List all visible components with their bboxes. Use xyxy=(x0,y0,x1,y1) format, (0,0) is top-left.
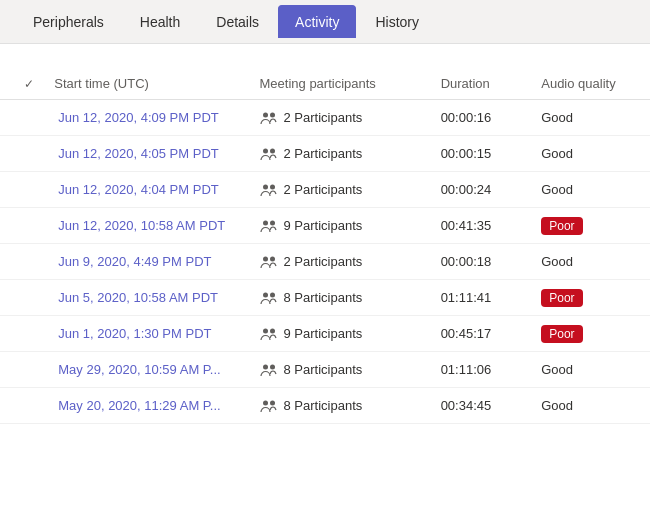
participants-count: 8 Participants xyxy=(284,362,363,377)
row-audio-quality: Good xyxy=(529,352,650,388)
svg-point-2 xyxy=(263,148,268,153)
participants-count: 8 Participants xyxy=(284,290,363,305)
svg-point-3 xyxy=(270,148,275,153)
svg-point-7 xyxy=(270,220,275,225)
col-duration: Duration xyxy=(429,68,530,100)
row-audio-quality: Good xyxy=(529,172,650,208)
row-start-time[interactable]: Jun 5, 2020, 10:58 AM PDT xyxy=(46,280,247,316)
participants-count: 2 Participants xyxy=(284,146,363,161)
col-start-time: Start time (UTC) xyxy=(46,68,247,100)
page-title xyxy=(0,44,650,68)
table-row[interactable]: Jun 12, 2020, 4:04 PM PDT 2 Participants… xyxy=(0,172,650,208)
row-check-cell xyxy=(0,388,46,424)
svg-point-4 xyxy=(263,184,268,189)
row-duration: 00:45:17 xyxy=(429,316,530,352)
row-participants: 9 Participants xyxy=(248,208,429,244)
row-check-cell xyxy=(0,136,46,172)
participants-count: 2 Participants xyxy=(284,182,363,197)
activity-table: ✓ Start time (UTC) Meeting participants … xyxy=(0,68,650,424)
row-audio-quality: Good xyxy=(529,244,650,280)
poor-badge: Poor xyxy=(541,217,582,235)
table-row[interactable]: Jun 5, 2020, 10:58 AM PDT 8 Participants… xyxy=(0,280,650,316)
svg-point-11 xyxy=(270,292,275,297)
table-row[interactable]: May 29, 2020, 10:59 AM P... 8 Participan… xyxy=(0,352,650,388)
tab-bar: PeripheralsHealthDetailsActivityHistory xyxy=(0,0,650,44)
table-row[interactable]: Jun 1, 2020, 1:30 PM PDT 9 Participants … xyxy=(0,316,650,352)
svg-point-17 xyxy=(270,400,275,405)
table-row[interactable]: Jun 12, 2020, 4:05 PM PDT 2 Participants… xyxy=(0,136,650,172)
row-participants: 2 Participants xyxy=(248,136,429,172)
tab-history[interactable]: History xyxy=(358,5,436,38)
table-header: ✓ Start time (UTC) Meeting participants … xyxy=(0,68,650,100)
row-check-cell xyxy=(0,172,46,208)
svg-point-6 xyxy=(263,220,268,225)
row-start-time[interactable]: Jun 12, 2020, 4:09 PM PDT xyxy=(46,100,247,136)
row-duration: 00:00:24 xyxy=(429,172,530,208)
participants-count: 2 Participants xyxy=(284,254,363,269)
row-duration: 00:34:45 xyxy=(429,388,530,424)
row-duration: 01:11:06 xyxy=(429,352,530,388)
people-icon xyxy=(260,219,278,233)
participants-count: 9 Participants xyxy=(284,326,363,341)
row-participants: 9 Participants xyxy=(248,316,429,352)
participants-count: 8 Participants xyxy=(284,398,363,413)
main-content: ✓ Start time (UTC) Meeting participants … xyxy=(0,44,650,510)
row-duration: 00:41:35 xyxy=(429,208,530,244)
row-start-time[interactable]: May 20, 2020, 11:29 AM P... xyxy=(46,388,247,424)
row-check-cell xyxy=(0,100,46,136)
poor-badge: Poor xyxy=(541,289,582,307)
row-participants: 2 Participants xyxy=(248,172,429,208)
tab-activity[interactable]: Activity xyxy=(278,5,356,38)
row-audio-quality: Good xyxy=(529,388,650,424)
row-audio-quality: Poor xyxy=(529,208,650,244)
participants-count: 9 Participants xyxy=(284,218,363,233)
row-participants: 2 Participants xyxy=(248,100,429,136)
row-check-cell xyxy=(0,208,46,244)
row-start-time[interactable]: Jun 12, 2020, 10:58 AM PDT xyxy=(46,208,247,244)
row-duration: 00:00:15 xyxy=(429,136,530,172)
row-start-time[interactable]: May 29, 2020, 10:59 AM P... xyxy=(46,352,247,388)
people-icon xyxy=(260,399,278,413)
row-audio-quality: Poor xyxy=(529,280,650,316)
row-start-time[interactable]: Jun 12, 2020, 4:04 PM PDT xyxy=(46,172,247,208)
table-body: Jun 12, 2020, 4:09 PM PDT 2 Participants… xyxy=(0,100,650,424)
row-audio-quality: Good xyxy=(529,136,650,172)
people-icon xyxy=(260,327,278,341)
col-participants: Meeting participants xyxy=(248,68,429,100)
row-start-time[interactable]: Jun 12, 2020, 4:05 PM PDT xyxy=(46,136,247,172)
participants-count: 2 Participants xyxy=(284,110,363,125)
row-duration: 00:00:16 xyxy=(429,100,530,136)
svg-point-12 xyxy=(263,328,268,333)
svg-point-14 xyxy=(263,364,268,369)
table-row[interactable]: Jun 12, 2020, 4:09 PM PDT 2 Participants… xyxy=(0,100,650,136)
row-audio-quality: Poor xyxy=(529,316,650,352)
row-audio-quality: Good xyxy=(529,100,650,136)
table-row[interactable]: May 20, 2020, 11:29 AM P... 8 Participan… xyxy=(0,388,650,424)
row-participants: 8 Participants xyxy=(248,352,429,388)
svg-point-5 xyxy=(270,184,275,189)
svg-point-8 xyxy=(263,256,268,261)
row-check-cell xyxy=(0,352,46,388)
svg-point-9 xyxy=(270,256,275,261)
row-duration: 01:11:41 xyxy=(429,280,530,316)
tab-peripherals[interactable]: Peripherals xyxy=(16,5,121,38)
table-row[interactable]: Jun 9, 2020, 4:49 PM PDT 2 Participants … xyxy=(0,244,650,280)
row-start-time[interactable]: Jun 1, 2020, 1:30 PM PDT xyxy=(46,316,247,352)
row-start-time[interactable]: Jun 9, 2020, 4:49 PM PDT xyxy=(46,244,247,280)
row-check-cell xyxy=(0,280,46,316)
svg-point-15 xyxy=(270,364,275,369)
col-check: ✓ xyxy=(0,68,46,100)
col-audio-quality: Audio quality xyxy=(529,68,650,100)
people-icon xyxy=(260,255,278,269)
people-icon xyxy=(260,111,278,125)
poor-badge: Poor xyxy=(541,325,582,343)
row-check-cell xyxy=(0,244,46,280)
table-row[interactable]: Jun 12, 2020, 10:58 AM PDT 9 Participant… xyxy=(0,208,650,244)
svg-point-0 xyxy=(263,112,268,117)
tab-details[interactable]: Details xyxy=(199,5,276,38)
svg-point-10 xyxy=(263,292,268,297)
tab-health[interactable]: Health xyxy=(123,5,197,38)
row-participants: 2 Participants xyxy=(248,244,429,280)
row-participants: 8 Participants xyxy=(248,388,429,424)
svg-point-13 xyxy=(270,328,275,333)
